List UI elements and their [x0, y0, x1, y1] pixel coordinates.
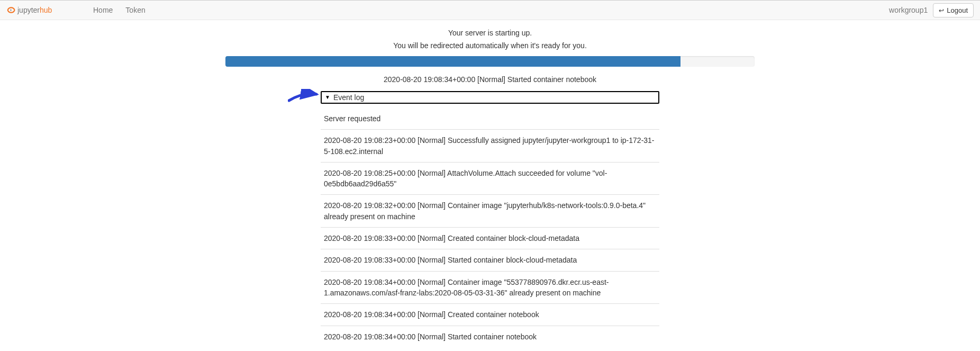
chevron-down-icon: ▼: [325, 95, 330, 100]
event-log-list: Server requested2020-08-20 19:08:23+00:0…: [321, 108, 659, 347]
logout-button[interactable]: Logout: [933, 3, 974, 17]
event-log-entry: 2020-08-20 19:08:32+00:00 [Normal] Conta…: [321, 194, 659, 227]
nav-token[interactable]: Token: [119, 0, 151, 20]
svg-point-0: [10, 9, 12, 11]
logout-label: Logout: [947, 6, 968, 14]
nav-links: Home Token: [87, 0, 152, 20]
username-label: workgroup1: [889, 6, 928, 14]
event-log-entry: 2020-08-20 19:08:34+00:00 [Normal] Creat…: [321, 303, 659, 325]
event-log-details[interactable]: ▼ Event log: [321, 91, 659, 104]
last-event-line: 2020-08-20 19:08:34+00:00 [Normal] Start…: [225, 75, 755, 84]
navbar: jupyterhub Home Token workgroup1 Logout: [0, 0, 980, 20]
navbar-left: jupyterhub Home Token: [6, 0, 152, 20]
event-log-summary-label: Event log: [333, 93, 364, 102]
progress-bar-track: [225, 56, 755, 67]
event-log-summary[interactable]: ▼ Event log: [322, 92, 658, 103]
svg-text:jupyterhub: jupyterhub: [17, 6, 52, 14]
status-line-2: You will be redirected automatically whe…: [225, 41, 755, 50]
jupyterhub-logo[interactable]: jupyterhub: [6, 4, 80, 16]
logout-icon: [939, 6, 944, 14]
event-log-entry: 2020-08-20 19:08:33+00:00 [Normal] Creat…: [321, 227, 659, 249]
annotation-arrow-icon: [288, 89, 320, 105]
event-log-entry: 2020-08-20 19:08:34+00:00 [Normal] Conta…: [321, 271, 659, 304]
progress-bar-fill: [225, 56, 680, 67]
navbar-right: workgroup1 Logout: [889, 3, 974, 17]
event-log-entry: 2020-08-20 19:08:25+00:00 [Normal] Attac…: [321, 162, 659, 195]
main-container: Your server is starting up. You will be …: [225, 20, 755, 347]
nav-home[interactable]: Home: [87, 0, 119, 20]
event-log-entry: Server requested: [321, 108, 659, 129]
event-log-entry: 2020-08-20 19:08:23+00:00 [Normal] Succe…: [321, 129, 659, 162]
status-line-1: Your server is starting up.: [225, 29, 755, 37]
event-log-entry: 2020-08-20 19:08:34+00:00 [Normal] Start…: [321, 326, 659, 347]
event-log-entry: 2020-08-20 19:08:33+00:00 [Normal] Start…: [321, 249, 659, 271]
